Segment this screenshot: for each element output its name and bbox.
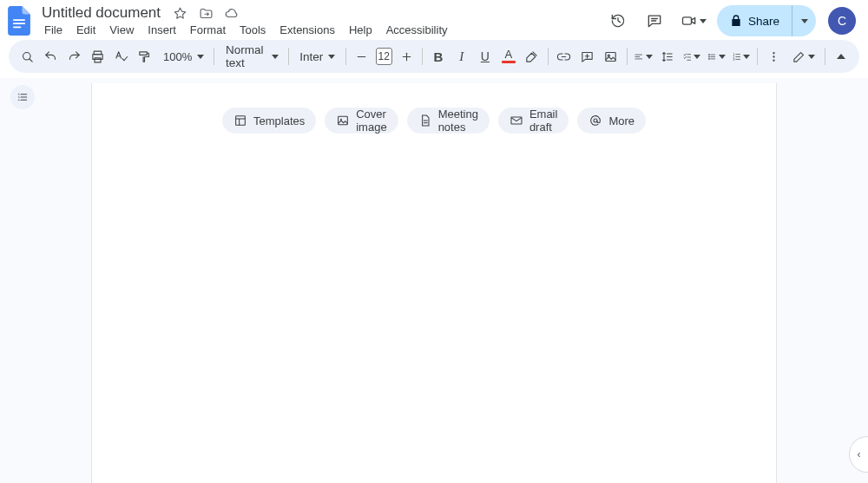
separator [422,48,423,65]
meet-button[interactable] [675,5,712,36]
chip-label: Email draft [529,108,558,134]
chip-cover-image[interactable]: Cover image [325,108,398,134]
chip-label: Templates [253,114,305,127]
separator [548,48,549,65]
menu-bar: File Edit View Insert Format Tools Exten… [38,21,454,38]
menu-help[interactable]: Help [343,22,378,38]
insert-link-icon[interactable] [553,45,575,68]
side-panel-toggle-icon[interactable]: ‹ [849,436,868,473]
separator [825,48,825,65]
svg-rect-5 [682,17,691,24]
svg-rect-11 [139,51,147,55]
menu-insert[interactable]: Insert [141,22,182,38]
toolbar: 100% Normal text Inter 12 B I U A [9,40,859,73]
decrease-font-size[interactable] [351,45,373,68]
paragraph-style-value: Normal text [226,43,266,69]
chevron-down-icon [719,55,726,59]
underline-button[interactable]: U [474,45,496,68]
chevron-down-icon [743,55,750,59]
svg-point-18 [608,55,609,56]
zoom-value: 100% [163,50,192,63]
print-icon[interactable] [86,45,108,68]
italic-button[interactable]: I [450,45,473,68]
comments-icon[interactable] [639,5,670,36]
svg-rect-52 [339,116,348,124]
zoom-dropdown[interactable]: 100% [156,45,209,68]
chip-label: More [608,114,635,127]
chip-more[interactable]: More [577,108,646,134]
svg-point-57 [594,119,597,122]
svg-point-40 [773,52,774,54]
document-page[interactable]: Templates Cover image Meeting notes Emai… [91,83,777,483]
chip-label: Meeting notes [438,108,478,134]
highlight-button[interactable] [521,45,543,68]
menu-edit[interactable]: Edit [70,22,102,38]
svg-rect-0 [13,19,25,21]
spellcheck-icon[interactable] [109,45,132,68]
collapse-toolbar-icon[interactable] [830,45,852,68]
at-icon [589,114,602,127]
add-comment-icon[interactable] [576,45,599,68]
menu-accessibility[interactable]: Accessibility [380,22,454,38]
share-button[interactable]: Share [717,5,816,36]
svg-rect-1 [13,23,25,24]
chip-meeting-notes[interactable]: Meeting notes [407,108,490,134]
menu-view[interactable]: View [103,22,140,38]
chevron-down-icon [197,55,204,59]
font-size-input[interactable]: 12 [376,48,393,65]
image-icon [336,114,350,127]
document-icon [418,114,432,127]
chevron-down-icon [700,19,707,23]
paint-format-icon[interactable] [133,45,155,68]
svg-point-41 [773,55,774,57]
chevron-down-icon [646,55,653,59]
svg-rect-10 [94,57,100,62]
account-avatar[interactable]: C [828,7,856,35]
editing-mode-dropdown[interactable] [786,45,820,68]
separator [288,48,289,65]
line-spacing-icon[interactable] [656,45,679,68]
share-dropdown[interactable] [792,5,816,36]
redo-icon[interactable] [62,45,85,68]
building-blocks-row: Templates Cover image Meeting notes Emai… [222,108,646,134]
email-icon [510,114,523,127]
docs-logo[interactable] [7,5,31,36]
separator [757,48,758,65]
separator [627,48,628,65]
outline-toggle-icon[interactable] [10,85,35,109]
svg-text:3: 3 [733,57,734,61]
font-dropdown[interactable]: Inter [293,45,340,68]
history-icon[interactable] [602,5,634,36]
svg-rect-49 [236,116,246,126]
chip-label: Cover image [356,108,386,134]
search-menus-icon[interactable] [16,45,38,68]
numbered-list-icon[interactable]: 123 [729,45,753,68]
font-value: Inter [299,50,323,63]
text-color-button[interactable]: A [497,45,520,68]
menu-format[interactable]: Format [184,22,232,38]
svg-rect-56 [511,117,522,124]
chip-email-draft[interactable]: Email draft [498,108,569,134]
share-label: Share [748,15,779,28]
svg-point-28 [709,54,710,55]
bold-button[interactable]: B [427,45,450,68]
increase-font-size[interactable] [395,45,418,68]
menu-file[interactable]: File [38,22,69,38]
menu-tools[interactable]: Tools [233,22,272,38]
svg-point-29 [709,56,710,57]
checklist-icon[interactable] [680,45,704,68]
separator [214,48,214,65]
chevron-down-icon [272,55,279,59]
document-title[interactable]: Untitled document [38,4,164,22]
chevron-down-icon [694,55,700,59]
more-tools-icon[interactable] [762,45,785,68]
align-dropdown[interactable] [631,45,655,68]
menu-extensions[interactable]: Extensions [273,22,341,38]
separator [345,48,346,65]
chip-templates[interactable]: Templates [222,108,316,134]
paragraph-style-dropdown[interactable]: Normal text [219,45,284,68]
undo-icon[interactable] [39,45,62,68]
insert-image-icon[interactable] [600,45,622,68]
bulleted-list-icon[interactable] [704,45,728,68]
chevron-down-icon [808,55,815,59]
